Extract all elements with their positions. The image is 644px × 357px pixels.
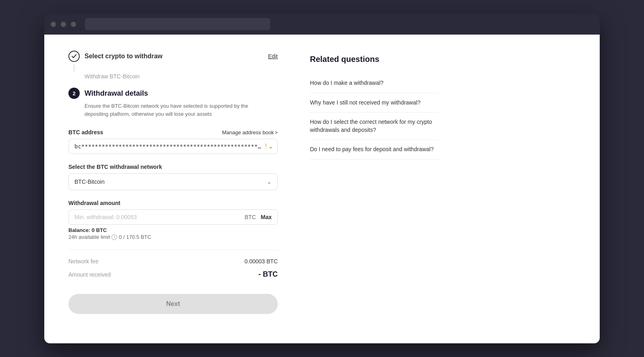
address-value: bc**************************************… <box>74 143 261 150</box>
network-chevron-icon: ⌄ <box>267 178 272 185</box>
step2-number-circle: 2 <box>68 88 80 99</box>
network-fee-row: Network fee 0.00003 BTC <box>68 258 278 265</box>
browser-window: Select crypto to withdraw Edit Withdraw … <box>44 14 600 343</box>
browser-addressbar[interactable] <box>85 18 270 30</box>
limit-value: 0 / 170.5 BTC <box>119 234 151 240</box>
browser-content: Select crypto to withdraw Edit Withdraw … <box>44 35 600 343</box>
balance-value: 0 BTC <box>92 227 107 233</box>
max-button[interactable]: Max <box>261 214 272 220</box>
amount-received-row: Amount received - BTC <box>68 270 278 279</box>
browser-toolbar <box>44 14 600 35</box>
amount-field-group: Withdrawal amount Min. withdrawal: 0.000… <box>68 200 278 240</box>
sidebar-content: Related questions How do I make a withdr… <box>310 51 439 327</box>
amount-label: Withdrawal amount <box>68 200 120 206</box>
network-field-group: Select the BTC withdrawal network BTC-Bi… <box>68 164 278 190</box>
network-fee-value: 0.00003 BTC <box>245 258 278 265</box>
browser-dot-2 <box>61 22 66 27</box>
address-field-group: BTC address Manage address book bc******… <box>68 129 278 154</box>
step1-title: Select crypto to withdraw <box>85 53 263 60</box>
network-fee-label: Network fee <box>68 258 99 265</box>
info-icon[interactable]: i <box>111 234 117 240</box>
related-item-3[interactable]: Do I need to pay fees for deposit and wi… <box>310 140 439 160</box>
browser-dot-3 <box>71 22 76 27</box>
limit-label: 24h available limit <box>68 234 110 240</box>
main-content: Select crypto to withdraw Edit Withdraw … <box>68 51 278 327</box>
amount-received-label: Amount received <box>68 271 111 278</box>
amount-placeholder: Min. withdrawal: 0.00053 <box>74 214 245 220</box>
address-input[interactable]: bc**************************************… <box>68 139 278 154</box>
step2-header: 2 Withdrawal details <box>68 88 278 99</box>
step2-description: Ensure the BTC-Bitcoin network you have … <box>85 102 262 118</box>
network-label-row: Select the BTC withdrawal network <box>68 164 278 170</box>
edit-link[interactable]: Edit <box>268 53 278 60</box>
connector-line-1 <box>74 64 74 72</box>
balance-row: Balance: 0 BTC <box>68 227 278 233</box>
balance-label: Balance: <box>68 227 90 233</box>
address-label-row: BTC address Manage address book <box>68 129 278 135</box>
network-value: BTC-Bitcoin <box>74 178 105 185</box>
step1-check-circle <box>68 51 80 62</box>
step1-header: Select crypto to withdraw Edit <box>68 51 278 62</box>
amount-received-value: - BTC <box>258 270 278 279</box>
address-label: BTC address <box>68 129 103 135</box>
related-item-2[interactable]: How do I select the correct network for … <box>310 113 439 140</box>
amount-label-row: Withdrawal amount <box>68 200 278 206</box>
browser-dot-1 <box>51 22 56 27</box>
step2-title: Withdrawal details <box>85 89 148 98</box>
network-label: Select the BTC withdrawal network <box>68 164 162 170</box>
address-icons: ! ⌄ <box>265 143 273 150</box>
warning-icon: ! <box>265 143 267 150</box>
amount-input[interactable]: Min. withdrawal: 0.00053 BTC Max <box>68 209 278 225</box>
network-select[interactable]: BTC-Bitcoin ⌄ <box>68 173 278 190</box>
related-item-1[interactable]: Why have I still not received my withdra… <box>310 93 439 113</box>
related-questions-title: Related questions <box>310 55 439 64</box>
related-item-0[interactable]: How do I make a withdrawal? <box>310 74 439 93</box>
divider <box>68 250 278 250</box>
manage-address-link[interactable]: Manage address book <box>222 129 278 135</box>
step1-subtitle: Withdraw BTC-Bitcoin <box>85 73 278 80</box>
next-button[interactable]: Next <box>68 294 278 314</box>
limit-row: 24h available limit i 0 / 170.5 BTC <box>68 234 278 240</box>
amount-currency: BTC <box>245 214 256 220</box>
address-chevron-icon[interactable]: ⌄ <box>268 143 273 150</box>
